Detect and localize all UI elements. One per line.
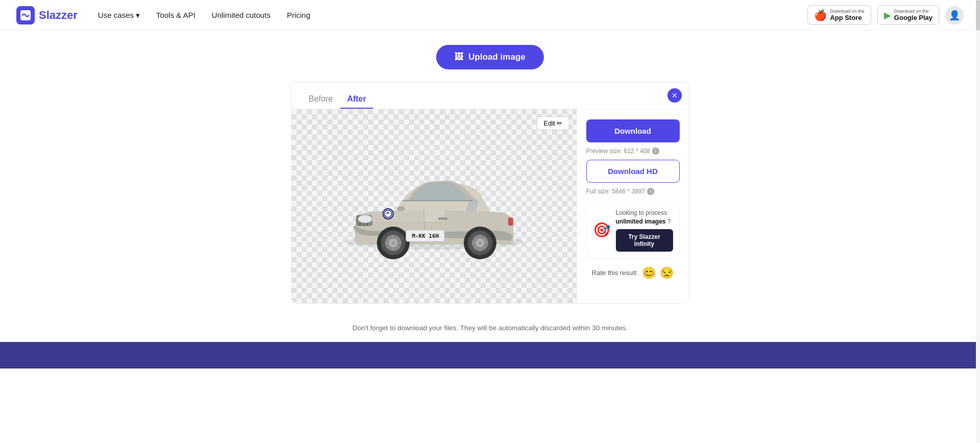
nav-unlimited-cutouts[interactable]: Unlimited cutouts	[212, 11, 271, 19]
tab-after[interactable]: After	[340, 90, 373, 109]
image-section: Edit ✏	[292, 109, 577, 303]
nav-pricing[interactable]: Pricing	[287, 11, 310, 19]
nav-links: Use cases ▾ Tools & API Unlimited cutout…	[98, 11, 310, 20]
google-play-icon: ▶	[884, 10, 891, 21]
user-icon: 👤	[949, 10, 960, 21]
result-image: M-KK 16H	[327, 122, 541, 290]
result-card: Before After ✕ Edit ✏	[291, 82, 689, 304]
svg-point-10	[360, 216, 370, 222]
full-size-label: Full size: 5846 * 3897 i	[586, 188, 680, 195]
svg-point-28	[397, 206, 405, 211]
card-body: Edit ✏	[292, 109, 689, 303]
svg-rect-31	[508, 217, 513, 226]
tab-before[interactable]: Before	[302, 90, 340, 109]
svg-text:M-KK 16H: M-KK 16H	[412, 233, 439, 239]
preview-info-icon: i	[652, 147, 659, 155]
preview-size-label: Preview size: 612 * 408 i	[586, 147, 680, 155]
rate-section: Rate this result: 😊 😒	[586, 266, 680, 280]
card-tabs: Before After	[292, 82, 689, 109]
sidebar: Download Preview size: 612 * 408 i Downl…	[577, 109, 689, 303]
upload-area: 🖼 Upload image	[0, 31, 980, 82]
edit-button[interactable]: Edit ✏	[537, 116, 569, 130]
full-size-info-icon: i	[647, 188, 654, 195]
infinity-icon: 🎯	[593, 222, 611, 238]
app-store-button[interactable]: 🍎 Download on the App Store	[807, 5, 871, 25]
logo-icon	[16, 6, 35, 24]
navbar: Slazzer Use cases ▾ Tools & API Unlimite…	[0, 0, 980, 31]
logo-text: Slazzer	[39, 9, 78, 22]
apple-icon: 🍎	[814, 9, 827, 21]
try-infinity-button[interactable]: Try Slazzer Infinity	[616, 229, 673, 252]
scrollbar[interactable]	[976, 0, 980, 368]
upload-button[interactable]: 🖼 Upload image	[436, 45, 543, 69]
close-icon: ✕	[672, 91, 678, 100]
rate-happy-button[interactable]: 😊	[642, 266, 656, 280]
infinity-promo: 🎯 Looking to process unlimited images ? …	[586, 202, 680, 258]
user-avatar[interactable]: 👤	[945, 6, 964, 24]
logo[interactable]: Slazzer	[16, 6, 78, 24]
upload-icon: 🖼	[455, 52, 463, 62]
rate-label: Rate this result:	[592, 269, 638, 277]
rate-sad-button[interactable]: 😒	[660, 266, 674, 280]
svg-rect-32	[438, 217, 447, 220]
nav-tools-api[interactable]: Tools & API	[156, 11, 196, 19]
nav-use-cases[interactable]: Use cases ▾	[98, 11, 140, 20]
google-play-button[interactable]: ▶ Download on the Google Play	[877, 5, 939, 25]
infinity-description: Looking to process unlimited images ?	[616, 209, 673, 226]
chevron-down-icon: ▾	[136, 11, 140, 20]
nav-right: 🍎 Download on the App Store ▶ Download o…	[807, 5, 964, 25]
footer-message: Don't forget to download your files. The…	[0, 314, 980, 342]
close-button[interactable]: ✕	[667, 88, 682, 103]
download-button[interactable]: Download	[586, 119, 680, 142]
download-hd-button[interactable]: Download HD	[586, 160, 680, 183]
main-content: Before After ✕ Edit ✏	[0, 82, 980, 314]
scroll-thumb[interactable]	[976, 0, 980, 31]
page-footer	[0, 342, 980, 368]
